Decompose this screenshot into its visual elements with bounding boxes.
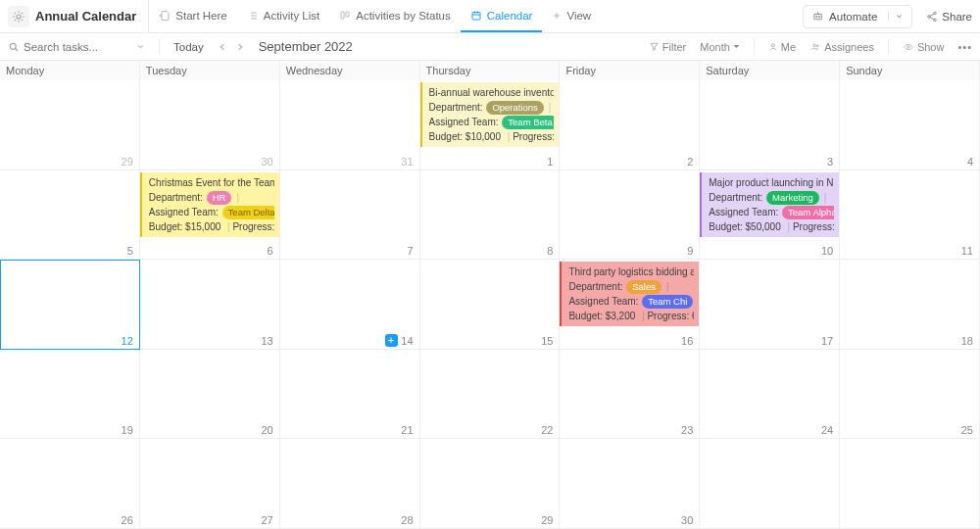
calendar-cell[interactable]: Bi-annual warehouse inventory for spare …	[420, 80, 561, 170]
calendar-cell[interactable]: 29	[420, 439, 561, 529]
calendar-cell[interactable]: 18	[840, 260, 980, 350]
day-number: 16	[681, 335, 693, 347]
calendar-cell[interactable]	[700, 439, 840, 529]
day-number: 8	[547, 245, 553, 257]
search-box[interactable]	[8, 41, 145, 53]
svg-rect-4	[814, 14, 822, 19]
day-number: 26	[122, 514, 133, 526]
calendar-cell[interactable]: 21	[280, 350, 420, 440]
calendar-cell[interactable]: 19	[0, 350, 140, 440]
calendar-cell[interactable]: 20	[140, 350, 280, 440]
divider	[754, 38, 755, 56]
show-button[interactable]: Show	[903, 41, 945, 53]
calendar-cell[interactable]: 23	[560, 350, 700, 440]
day-number: 17	[821, 335, 833, 347]
me-button[interactable]: Me	[768, 41, 796, 53]
assignees-button[interactable]: Assignees	[809, 41, 874, 53]
search-input[interactable]	[24, 41, 112, 53]
filter-icon	[649, 41, 660, 52]
field-label: Budget:	[429, 131, 463, 142]
svg-point-14	[907, 45, 909, 47]
day-number: 23	[681, 424, 693, 436]
calendar-cell[interactable]: 24	[700, 350, 840, 440]
calendar-cell[interactable]: Third party logistics bidding activityDe…	[560, 260, 700, 350]
more-button[interactable]: •••	[957, 41, 972, 53]
weekday-label: Saturday	[700, 61, 840, 80]
calendar-cell[interactable]: 13	[140, 260, 280, 350]
calendar-cell[interactable]: 5	[0, 170, 140, 261]
svg-rect-1	[341, 12, 344, 19]
calendar-cell[interactable]: 12	[0, 260, 140, 350]
field-label: Progress:	[793, 221, 834, 232]
calendar-cell[interactable]: 7	[280, 170, 420, 261]
calendar-cell[interactable]: 26	[0, 439, 140, 529]
event-card[interactable]: Christmas Event for the Team MembersDepa…	[140, 172, 279, 237]
calendar-cell[interactable]: +14	[280, 260, 420, 350]
calendar-cell[interactable]: 15	[420, 260, 561, 350]
tab-activities-by-status[interactable]: Activities by Status	[329, 0, 461, 32]
add-task-button[interactable]: +	[385, 334, 398, 347]
budget-value: $10,000	[466, 131, 501, 142]
tab-label: Calendar	[487, 10, 533, 22]
calendar-cell[interactable]: 27	[140, 439, 280, 529]
day-number: 7	[407, 245, 413, 257]
tab-label: View	[566, 10, 591, 22]
tab-start-here[interactable]: Start Here	[149, 0, 236, 32]
event-card[interactable]: Third party logistics bidding activityDe…	[560, 262, 699, 326]
calendar-cell[interactable]: 22	[420, 350, 561, 440]
next-button[interactable]	[235, 42, 245, 52]
automate-label: Automate	[829, 11, 877, 23]
calendar-cell[interactable]: 30	[560, 439, 700, 529]
day-number: 2	[687, 156, 693, 168]
day-number: 31	[401, 156, 413, 168]
tab-calendar[interactable]: Calendar	[461, 0, 543, 32]
calendar-cell[interactable]: 28	[280, 439, 420, 529]
tab-add[interactable]: View	[542, 0, 601, 32]
list-icon	[247, 10, 259, 22]
team-tag: Team Beta	[502, 116, 554, 129]
calendar-cell[interactable]: 25	[840, 350, 980, 440]
calendar-icon	[470, 10, 482, 22]
svg-point-13	[816, 44, 818, 46]
calendar-cell[interactable]: 17	[700, 260, 840, 350]
prev-button[interactable]	[218, 42, 227, 52]
chevron-down-icon[interactable]	[136, 42, 145, 51]
calendar-cell[interactable]: 11	[840, 170, 980, 261]
grain-select[interactable]: Month	[700, 41, 740, 53]
calendar-cell[interactable]: Christmas Event for the Team MembersDepa…	[140, 170, 280, 261]
calendar-cell[interactable]: 2	[560, 80, 700, 170]
calendar-cell[interactable]: 31	[280, 80, 420, 170]
event-title: Major product launching in New York City	[709, 175, 834, 190]
field-label: Department:	[568, 281, 622, 292]
svg-point-11	[771, 43, 774, 46]
weekday-label: Friday	[560, 61, 700, 80]
calendar-cell[interactable]: 8	[420, 170, 561, 261]
calendar-cell[interactable]: 9	[560, 170, 700, 261]
calendar-toolbar: Today September 2022 Filter Month Me Ass…	[0, 33, 980, 61]
day-number: 29	[122, 156, 133, 168]
calendar-cell[interactable]	[840, 439, 980, 529]
svg-point-12	[813, 44, 816, 47]
calendar-cell[interactable]: 4	[840, 80, 980, 170]
tab-label: Start Here	[175, 10, 226, 22]
calendar-cell[interactable]: 29	[0, 80, 140, 170]
share-button[interactable]: Share	[926, 11, 972, 23]
chevron-down-icon[interactable]	[888, 12, 904, 21]
calendar-cell[interactable]: Major product launching in New York City…	[700, 170, 840, 261]
day-number: 18	[961, 335, 973, 347]
event-card[interactable]: Major product launching in New York City…	[700, 172, 839, 237]
calendar-cell[interactable]: 30	[140, 80, 280, 170]
divider	[888, 38, 889, 56]
filter-button[interactable]: Filter	[649, 41, 686, 53]
automate-button[interactable]: Automate	[803, 5, 912, 28]
search-icon	[8, 41, 20, 53]
calendar-cell[interactable]: 3	[700, 80, 840, 170]
today-button[interactable]: Today	[173, 41, 204, 53]
field-label: Department:	[149, 192, 203, 203]
day-number: 11	[961, 245, 973, 257]
tab-activity-list[interactable]: Activity List	[237, 0, 330, 32]
budget-value: $15,000	[185, 221, 220, 232]
field-label: Progress:	[232, 221, 273, 232]
event-card[interactable]: Bi-annual warehouse inventory for spare …	[420, 82, 560, 147]
day-number: 27	[261, 514, 272, 526]
